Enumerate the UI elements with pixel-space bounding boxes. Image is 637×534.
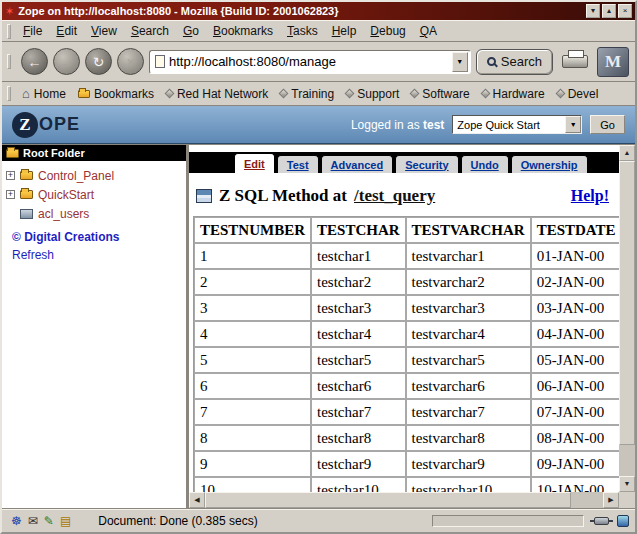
vertical-scrollbar[interactable]: ▲ ▼: [619, 145, 635, 492]
column-header: TESTVARCHAR: [406, 217, 531, 243]
tab-security[interactable]: Security: [395, 155, 458, 173]
folder-icon: [6, 149, 19, 158]
menu-item[interactable]: Edit: [49, 21, 84, 41]
tab-ownership[interactable]: Ownership: [511, 155, 588, 173]
stop-button[interactable]: ×: [117, 48, 144, 75]
scroll-down-icon[interactable]: ▼: [619, 476, 635, 492]
help-link[interactable]: Help!: [571, 187, 609, 205]
table-cell: testvarchar2: [406, 269, 531, 295]
online-status-icon[interactable]: [594, 517, 609, 525]
zope-logo[interactable]: Z OPE: [12, 112, 80, 138]
navigator-icon[interactable]: ☸: [8, 515, 25, 527]
root-folder-header[interactable]: Root Folder: [2, 145, 186, 161]
url-bar: ▼: [149, 50, 471, 74]
close-button[interactable]: ×: [618, 4, 632, 18]
table-cell: testchar1: [311, 243, 406, 269]
tab-undo[interactable]: Undo: [461, 155, 509, 173]
window-title: Zope on http://localhost:8080 - Mozilla …: [18, 5, 584, 17]
toolbar-grippy[interactable]: [7, 54, 11, 69]
bookmark-developers[interactable]: Devel: [551, 87, 605, 101]
menu-item[interactable]: Bookmarks: [206, 21, 280, 41]
tree-item-quickstart[interactable]: + QuickStart: [6, 185, 184, 204]
table-cell: 05-JAN-00: [531, 347, 619, 373]
minimize-button[interactable]: ▾: [586, 4, 600, 18]
menu-item[interactable]: File: [16, 21, 49, 41]
search-icon: [487, 57, 496, 66]
bookmark-hardware[interactable]: Hardware: [476, 87, 551, 101]
chevron-down-icon[interactable]: ▼: [565, 116, 581, 133]
bookmark-training[interactable]: Training: [274, 87, 340, 101]
refresh-link[interactable]: Refresh: [12, 248, 54, 262]
object-path-link[interactable]: /test_query: [354, 186, 435, 206]
menu-item[interactable]: QA: [413, 21, 444, 41]
table-cell: 1: [194, 243, 311, 269]
tab-edit[interactable]: Edit: [234, 153, 275, 173]
composer-icon[interactable]: ✎: [41, 515, 57, 527]
menu-item[interactable]: View: [84, 21, 124, 41]
table-cell: testvarchar3: [406, 295, 531, 321]
menu-item[interactable]: Tasks: [280, 21, 325, 41]
bookmark-bookmarks[interactable]: Bookmarks: [72, 87, 160, 101]
search-button[interactable]: Search: [476, 49, 553, 75]
bookmark-support[interactable]: Support: [340, 87, 405, 101]
expand-icon[interactable]: +: [6, 171, 15, 180]
reload-button[interactable]: ↻: [85, 48, 112, 75]
addressbook-icon[interactable]: ▤: [57, 515, 74, 527]
menu-item[interactable]: Debug: [363, 21, 412, 41]
expand-icon[interactable]: +: [6, 190, 15, 199]
horizontal-scroll-thumb[interactable]: [205, 492, 571, 508]
horizontal-scroll-track[interactable]: [205, 492, 603, 508]
window-menu-icon[interactable]: ✶: [5, 5, 14, 18]
scroll-up-icon[interactable]: ▲: [619, 145, 635, 161]
table-cell: testchar7: [311, 399, 406, 425]
menu-item[interactable]: Go: [176, 21, 206, 41]
vertical-scroll-track[interactable]: [619, 161, 635, 476]
print-button[interactable]: [562, 55, 588, 68]
page-proxy-icon[interactable]: [155, 55, 165, 68]
tree-item-acl-users[interactable]: acl_users: [6, 204, 184, 223]
bookmark-redhat-network[interactable]: Red Hat Network: [160, 87, 274, 101]
digital-creations-link[interactable]: © Digital Creations: [12, 230, 120, 244]
horizontal-scrollbar[interactable]: ◀ ▶: [189, 492, 619, 508]
titlebar[interactable]: ✶ Zope on http://localhost:8080 - Mozill…: [2, 2, 635, 20]
table-cell: 09-JAN-00: [531, 451, 619, 477]
toolbar-grippy[interactable]: [7, 24, 11, 39]
table-cell: testchar3: [311, 295, 406, 321]
toolbar-grippy[interactable]: [7, 86, 11, 101]
mozilla-throbber-icon[interactable]: M: [597, 47, 629, 77]
mail-icon[interactable]: ✉: [25, 515, 41, 527]
scrollbar-corner: [619, 492, 635, 508]
table-header-row: TESTNUMBER TESTCHAR TESTVARCHAR TESTDATE: [194, 217, 619, 243]
logged-in-status: Logged in as test: [351, 118, 444, 132]
table-row: 5 testchar5 testvarchar5 05-JAN-00: [194, 347, 619, 373]
maximize-button[interactable]: ▴: [602, 4, 616, 18]
navigation-toolbar: ← → ↻ × ▼ Search M: [2, 42, 635, 82]
management-content: Edit Test Advanced Security Undo Ownersh…: [189, 145, 635, 508]
forward-button[interactable]: →: [53, 48, 80, 75]
bookmark-software[interactable]: Software: [405, 87, 475, 101]
scroll-left-icon[interactable]: ◀: [189, 492, 205, 508]
table-cell: testvarchar4: [406, 321, 531, 347]
table-cell: testchar6: [311, 373, 406, 399]
go-button[interactable]: Go: [590, 115, 625, 134]
logged-in-user: test: [423, 118, 444, 132]
table-row: 8 testchar8 testvarchar8 08-JAN-00: [194, 425, 619, 451]
scroll-right-icon[interactable]: ▶: [603, 492, 619, 508]
table-cell: 5: [194, 347, 311, 373]
bookmark-home[interactable]: ⌂ Home: [16, 87, 72, 101]
vertical-scroll-thumb[interactable]: [619, 161, 635, 445]
table-row: 6 testchar6 testvarchar6 06-JAN-00: [194, 373, 619, 399]
menu-item[interactable]: Help: [325, 21, 364, 41]
url-dropdown-icon[interactable]: ▼: [452, 52, 468, 72]
quick-start-select[interactable]: Zope Quick Start ▼: [452, 115, 582, 134]
table-row: 3 testchar3 testvarchar3 03-JAN-00: [194, 295, 619, 321]
tab-advanced[interactable]: Advanced: [321, 155, 394, 173]
security-icon[interactable]: [617, 515, 629, 527]
menu-item[interactable]: Search: [124, 21, 176, 41]
table-cell: testchar2: [311, 269, 406, 295]
tab-test[interactable]: Test: [277, 155, 319, 173]
back-button[interactable]: ←: [21, 48, 48, 75]
tree-item-control-panel[interactable]: + Control_Panel: [6, 166, 184, 185]
sql-method-icon: [196, 189, 212, 203]
url-input[interactable]: [169, 54, 448, 69]
